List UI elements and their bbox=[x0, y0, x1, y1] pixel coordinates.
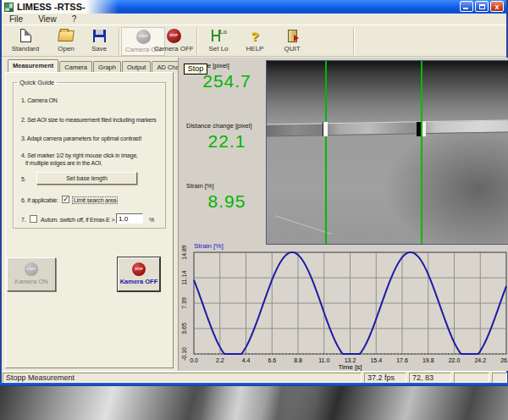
svg-text:14.89: 14.89 bbox=[181, 245, 187, 260]
svg-text:4.4: 4.4 bbox=[242, 357, 251, 363]
quick-guide-fieldset: Quick Guide 1. Camera ON 2. Set AOI size… bbox=[13, 79, 166, 229]
app-window: LIMESS -RTSS- x File View ? Standard Ope… bbox=[0, 0, 508, 386]
titlebar-left: LIMESS -RTSS- bbox=[2, 0, 129, 14]
svg-text:0.0: 0.0 bbox=[190, 357, 198, 363]
limit-search-label[interactable]: Limit search area bbox=[73, 197, 117, 203]
readout-strain: Strain [%] 8.95 bbox=[186, 182, 268, 212]
minimize-button[interactable] bbox=[460, 1, 473, 12]
toolbar-button-standard[interactable]: Standard bbox=[6, 27, 45, 56]
auto-switchoff-checkbox[interactable] bbox=[30, 215, 37, 223]
strain-chart: 0.02.24.46.68.811.013.215.417.619.822.02… bbox=[179, 240, 508, 371]
maximize-button[interactable] bbox=[475, 1, 489, 12]
toolbar-separator bbox=[119, 28, 120, 55]
readout-distance-change-label: Distance change [pixel] bbox=[186, 122, 268, 130]
tab-measurement[interactable]: Measurement bbox=[8, 59, 58, 73]
svg-text:26.4: 26.4 bbox=[500, 357, 508, 363]
measurement-tab-page: Quick Guide 1. Camera ON 2. Set AOI size… bbox=[5, 72, 174, 368]
toolbar-button-help[interactable]: ? HELP bbox=[235, 27, 274, 56]
stop-tooltip: Stop bbox=[184, 64, 207, 75]
status-coords: 72, 83 bbox=[409, 373, 451, 383]
marker-1-highlight bbox=[323, 122, 328, 136]
close-button[interactable]: x bbox=[490, 1, 504, 12]
set-lo-icon: Lo bbox=[210, 29, 227, 42]
titlebar: LIMESS -RTSS- x bbox=[2, 0, 506, 14]
camera-start-icon: START bbox=[136, 30, 151, 44]
menu-item-help[interactable]: ? bbox=[64, 14, 85, 24]
svg-text:17.6: 17.6 bbox=[396, 357, 408, 363]
app-icon bbox=[4, 3, 14, 12]
desktop-wallpaper bbox=[0, 386, 508, 420]
kamera-off-button[interactable]: STOP Kamera OFF bbox=[118, 257, 160, 291]
svg-text:Time [s]: Time [s] bbox=[338, 363, 362, 371]
status-empty-1 bbox=[454, 373, 489, 383]
svg-text:Strain [%]: Strain [%] bbox=[194, 242, 224, 250]
svg-text:7.39: 7.39 bbox=[181, 297, 187, 309]
camera-view[interactable] bbox=[266, 60, 508, 245]
start-circle-icon: START bbox=[25, 262, 38, 276]
quick-guide-legend: Quick Guide bbox=[17, 79, 57, 86]
camera-image bbox=[267, 61, 508, 244]
guide-step-6-label: 6. If applicable: bbox=[21, 197, 58, 203]
toolbar-button-save[interactable]: Save bbox=[80, 27, 119, 56]
readout-strain-value: 8.95 bbox=[186, 191, 268, 212]
status-message: Stopp Measurement bbox=[3, 373, 362, 383]
svg-text:2.2: 2.2 bbox=[216, 357, 224, 363]
right-panel: Distance [pixel] 254.7 Distance change [… bbox=[178, 58, 508, 371]
guide-step-1: 1. Camera ON bbox=[21, 97, 58, 103]
guide-step-5-number: 5. bbox=[21, 176, 25, 182]
readout-distance-change-value: 22.1 bbox=[186, 131, 268, 152]
svg-text:3.65: 3.65 bbox=[181, 323, 187, 334]
guide-step-3: 3. Adapt camera parameters for optimal c… bbox=[21, 135, 141, 141]
tab-graph[interactable]: Graph bbox=[93, 61, 121, 73]
toolbar-button-set-lo[interactable]: Lo Set Lo bbox=[199, 27, 238, 56]
new-document-icon bbox=[20, 29, 31, 42]
save-floppy-icon bbox=[93, 30, 106, 42]
svg-text:19.8: 19.8 bbox=[422, 357, 434, 363]
guide-step-4: 4. Set marker 1/2 by right mouse click i… bbox=[21, 152, 138, 158]
status-empty-2 bbox=[492, 373, 507, 383]
stop-circle-icon: STOP bbox=[132, 262, 146, 276]
marker-2-highlight bbox=[422, 122, 426, 136]
toolbar-button-camera-off[interactable]: STOP Camera OFF bbox=[154, 27, 193, 56]
toolbar-button-quit[interactable]: QUIT bbox=[273, 27, 312, 56]
guide-step-4b: if multiple edges are in the AOI. bbox=[25, 160, 102, 166]
svg-text:6.6: 6.6 bbox=[268, 357, 276, 363]
menubar: File View ? bbox=[2, 14, 506, 25]
emax-threshold-input[interactable] bbox=[116, 213, 143, 224]
kamera-on-button[interactable]: START Kamera ON bbox=[7, 257, 56, 291]
limit-search-checkbox[interactable] bbox=[62, 196, 69, 203]
statusbar: Stopp Measurement 37.2 fps 72, 83 bbox=[2, 371, 506, 383]
svg-text:15.4: 15.4 bbox=[370, 357, 382, 363]
auto-switchoff-label: Autom. switch off, if Emax-E > bbox=[41, 217, 114, 223]
close-icon: x bbox=[491, 2, 503, 11]
toolbar-separator bbox=[353, 28, 355, 55]
toolbar: Standard Open Save START Camera ON STOP … bbox=[2, 25, 506, 57]
camera-stop-icon: STOP bbox=[167, 29, 181, 43]
emax-unit-label: % bbox=[149, 217, 154, 223]
tab-camera[interactable]: Camera bbox=[59, 61, 92, 73]
svg-text:13.2: 13.2 bbox=[345, 357, 356, 363]
svg-text:24.2: 24.2 bbox=[474, 357, 486, 363]
guide-step-7-number: 7. bbox=[21, 217, 25, 223]
strain-chart-area: 0.02.24.46.68.811.013.215.417.619.822.02… bbox=[179, 240, 508, 371]
readout-distance-change: Distance change [pixel] 22.1 bbox=[186, 122, 268, 152]
svg-text:-0.10: -0.10 bbox=[181, 347, 187, 361]
maximize-icon bbox=[479, 4, 485, 9]
quit-door-icon bbox=[288, 30, 297, 42]
tab-output[interactable]: Output bbox=[122, 61, 152, 73]
tab-bar: Measurement Camera Graph Output AD Chann… bbox=[8, 59, 201, 73]
status-fps: 37.2 fps bbox=[364, 373, 406, 383]
marker-line-left[interactable] bbox=[325, 61, 327, 244]
minimize-icon bbox=[463, 8, 468, 9]
guide-step-2: 2. Set AOI size to measurement filed inc… bbox=[21, 117, 157, 123]
marker-line-right[interactable] bbox=[421, 61, 422, 244]
open-folder-icon bbox=[58, 30, 75, 41]
svg-text:11.14: 11.14 bbox=[181, 270, 187, 285]
set-base-length-button[interactable]: Set base length bbox=[36, 172, 137, 185]
svg-text:8.8: 8.8 bbox=[294, 357, 302, 363]
menu-item-view[interactable]: View bbox=[30, 14, 64, 24]
window-title: LIMESS -RTSS- bbox=[17, 2, 86, 12]
main-area: Measurement Camera Graph Output AD Chann… bbox=[2, 58, 506, 371]
menu-item-file[interactable]: File bbox=[2, 14, 30, 24]
left-panel: Measurement Camera Graph Output AD Chann… bbox=[2, 58, 178, 371]
